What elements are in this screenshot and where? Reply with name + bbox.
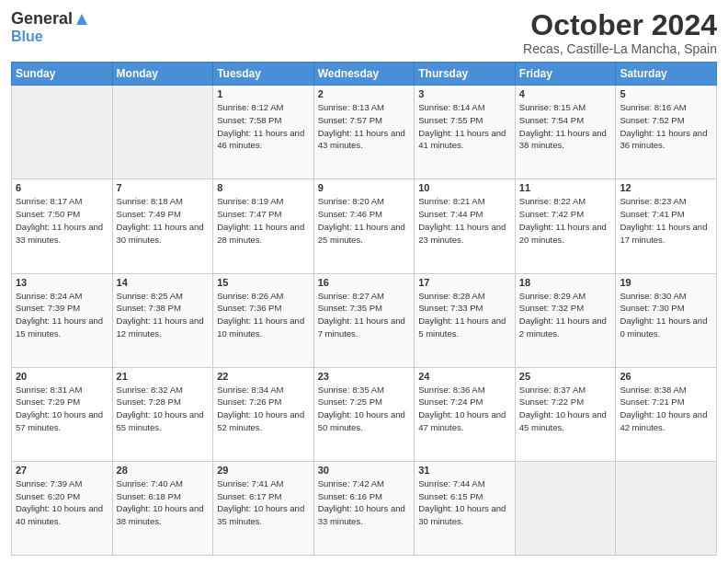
day-info: Sunrise: 8:12 AM Sunset: 7:58 PM Dayligh… <box>217 101 310 152</box>
day-cell: 26Sunrise: 8:38 AM Sunset: 7:21 PM Dayli… <box>616 367 717 461</box>
day-cell: 30Sunrise: 7:42 AM Sunset: 6:16 PM Dayli… <box>313 461 415 555</box>
day-cell <box>515 461 616 555</box>
day-cell: 11Sunrise: 8:22 AM Sunset: 7:42 PM Dayli… <box>515 179 616 273</box>
day-cell: 19Sunrise: 8:30 AM Sunset: 7:30 PM Dayli… <box>616 273 717 367</box>
weekday-saturday: Saturday <box>616 63 717 86</box>
day-cell: 1Sunrise: 8:12 AM Sunset: 7:58 PM Daylig… <box>213 86 314 179</box>
day-number: 15 <box>217 277 310 288</box>
day-number: 14 <box>117 277 210 288</box>
day-number: 6 <box>16 182 108 193</box>
week-row-2: 6Sunrise: 8:17 AM Sunset: 7:50 PM Daylig… <box>12 179 717 273</box>
week-row-1: 1Sunrise: 8:12 AM Sunset: 7:58 PM Daylig… <box>12 86 717 179</box>
weekday-monday: Monday <box>112 63 213 86</box>
calendar-table: SundayMondayTuesdayWednesdayThursdayFrid… <box>11 62 717 556</box>
day-info: Sunrise: 8:37 AM Sunset: 7:22 PM Dayligh… <box>519 384 612 434</box>
day-cell: 5Sunrise: 8:16 AM Sunset: 7:52 PM Daylig… <box>616 86 717 179</box>
day-cell: 20Sunrise: 8:31 AM Sunset: 7:29 PM Dayli… <box>12 367 113 461</box>
day-cell: 14Sunrise: 8:25 AM Sunset: 7:38 PM Dayli… <box>112 273 213 367</box>
calendar-body: 1Sunrise: 8:12 AM Sunset: 7:58 PM Daylig… <box>12 86 717 556</box>
day-cell: 13Sunrise: 8:24 AM Sunset: 7:39 PM Dayli… <box>12 273 113 367</box>
day-cell: 23Sunrise: 8:35 AM Sunset: 7:25 PM Dayli… <box>313 367 415 461</box>
day-cell: 7Sunrise: 8:18 AM Sunset: 7:49 PM Daylig… <box>112 179 213 273</box>
title-area: October 2024 Recas, Castille-La Mancha, … <box>523 9 717 56</box>
day-info: Sunrise: 8:30 AM Sunset: 7:30 PM Dayligh… <box>620 290 712 340</box>
day-number: 10 <box>418 182 511 193</box>
day-info: Sunrise: 8:36 AM Sunset: 7:24 PM Dayligh… <box>418 384 511 434</box>
day-cell: 21Sunrise: 8:32 AM Sunset: 7:28 PM Dayli… <box>112 367 213 461</box>
day-cell: 18Sunrise: 8:29 AM Sunset: 7:32 PM Dayli… <box>515 273 616 367</box>
day-cell <box>12 86 113 179</box>
day-cell: 16Sunrise: 8:27 AM Sunset: 7:35 PM Dayli… <box>313 273 415 367</box>
day-info: Sunrise: 7:39 AM Sunset: 6:20 PM Dayligh… <box>16 477 108 528</box>
day-number: 21 <box>117 371 210 382</box>
day-info: Sunrise: 7:40 AM Sunset: 6:18 PM Dayligh… <box>117 477 210 528</box>
logo-icon <box>74 12 89 27</box>
day-cell: 8Sunrise: 8:19 AM Sunset: 7:47 PM Daylig… <box>213 179 314 273</box>
day-number: 25 <box>519 371 612 382</box>
month-title: October 2024 <box>523 9 717 41</box>
week-row-3: 13Sunrise: 8:24 AM Sunset: 7:39 PM Dayli… <box>12 273 717 367</box>
day-cell: 3Sunrise: 8:14 AM Sunset: 7:55 PM Daylig… <box>415 86 516 179</box>
logo-blue-text: Blue <box>11 29 43 45</box>
day-info: Sunrise: 8:20 AM Sunset: 7:46 PM Dayligh… <box>318 195 411 246</box>
day-info: Sunrise: 8:21 AM Sunset: 7:44 PM Dayligh… <box>418 195 511 246</box>
day-info: Sunrise: 8:22 AM Sunset: 7:42 PM Dayligh… <box>519 195 612 246</box>
day-cell: 27Sunrise: 7:39 AM Sunset: 6:20 PM Dayli… <box>12 461 113 555</box>
day-number: 9 <box>318 182 411 193</box>
day-number: 1 <box>217 88 310 99</box>
day-number: 26 <box>620 371 712 382</box>
day-info: Sunrise: 8:16 AM Sunset: 7:52 PM Dayligh… <box>620 101 712 152</box>
day-info: Sunrise: 8:18 AM Sunset: 7:49 PM Dayligh… <box>117 195 210 246</box>
day-cell: 4Sunrise: 8:15 AM Sunset: 7:54 PM Daylig… <box>515 86 616 179</box>
day-info: Sunrise: 8:29 AM Sunset: 7:32 PM Dayligh… <box>519 290 612 340</box>
day-number: 17 <box>418 277 511 288</box>
day-number: 29 <box>217 465 310 476</box>
day-number: 23 <box>318 371 411 382</box>
day-info: Sunrise: 8:24 AM Sunset: 7:39 PM Dayligh… <box>16 290 108 340</box>
day-cell: 15Sunrise: 8:26 AM Sunset: 7:36 PM Dayli… <box>213 273 314 367</box>
day-number: 3 <box>418 88 511 99</box>
day-number: 19 <box>620 277 712 288</box>
day-number: 13 <box>16 277 108 288</box>
day-info: Sunrise: 8:34 AM Sunset: 7:26 PM Dayligh… <box>217 384 310 434</box>
day-info: Sunrise: 8:23 AM Sunset: 7:41 PM Dayligh… <box>620 195 712 246</box>
day-info: Sunrise: 7:42 AM Sunset: 6:16 PM Dayligh… <box>318 477 411 528</box>
day-cell: 24Sunrise: 8:36 AM Sunset: 7:24 PM Dayli… <box>415 367 516 461</box>
weekday-friday: Friday <box>515 63 616 86</box>
day-number: 12 <box>620 182 712 193</box>
day-number: 28 <box>117 465 210 476</box>
day-number: 2 <box>318 88 411 99</box>
day-info: Sunrise: 7:44 AM Sunset: 6:15 PM Dayligh… <box>418 477 511 528</box>
weekday-tuesday: Tuesday <box>213 63 314 86</box>
day-info: Sunrise: 8:17 AM Sunset: 7:50 PM Dayligh… <box>16 195 108 246</box>
day-number: 4 <box>519 88 612 99</box>
day-cell: 25Sunrise: 8:37 AM Sunset: 7:22 PM Dayli… <box>515 367 616 461</box>
day-number: 20 <box>16 371 108 382</box>
day-info: Sunrise: 8:26 AM Sunset: 7:36 PM Dayligh… <box>217 290 310 340</box>
calendar-header: SundayMondayTuesdayWednesdayThursdayFrid… <box>12 63 717 86</box>
week-row-4: 20Sunrise: 8:31 AM Sunset: 7:29 PM Dayli… <box>12 367 717 461</box>
day-info: Sunrise: 8:15 AM Sunset: 7:54 PM Dayligh… <box>519 101 612 152</box>
day-info: Sunrise: 8:19 AM Sunset: 7:47 PM Dayligh… <box>217 195 310 246</box>
day-info: Sunrise: 8:31 AM Sunset: 7:29 PM Dayligh… <box>16 384 108 434</box>
day-cell: 29Sunrise: 7:41 AM Sunset: 6:17 PM Dayli… <box>213 461 314 555</box>
day-cell: 22Sunrise: 8:34 AM Sunset: 7:26 PM Dayli… <box>213 367 314 461</box>
day-cell: 12Sunrise: 8:23 AM Sunset: 7:41 PM Dayli… <box>616 179 717 273</box>
week-row-5: 27Sunrise: 7:39 AM Sunset: 6:20 PM Dayli… <box>12 461 717 555</box>
day-number: 8 <box>217 182 310 193</box>
weekday-wednesday: Wednesday <box>313 63 415 86</box>
day-info: Sunrise: 8:27 AM Sunset: 7:35 PM Dayligh… <box>318 290 411 340</box>
day-number: 5 <box>620 88 712 99</box>
day-cell <box>616 461 717 555</box>
day-cell: 17Sunrise: 8:28 AM Sunset: 7:33 PM Dayli… <box>415 273 516 367</box>
page: General Blue October 2024 Recas, Castill… <box>0 0 728 563</box>
day-info: Sunrise: 8:25 AM Sunset: 7:38 PM Dayligh… <box>117 290 210 340</box>
day-number: 27 <box>16 465 108 476</box>
logo-general-text: General <box>11 9 73 29</box>
day-cell: 28Sunrise: 7:40 AM Sunset: 6:18 PM Dayli… <box>112 461 213 555</box>
day-number: 11 <box>519 182 612 193</box>
svg-marker-0 <box>76 14 87 25</box>
day-number: 24 <box>418 371 511 382</box>
day-cell: 2Sunrise: 8:13 AM Sunset: 7:57 PM Daylig… <box>313 86 415 179</box>
day-cell <box>112 86 213 179</box>
